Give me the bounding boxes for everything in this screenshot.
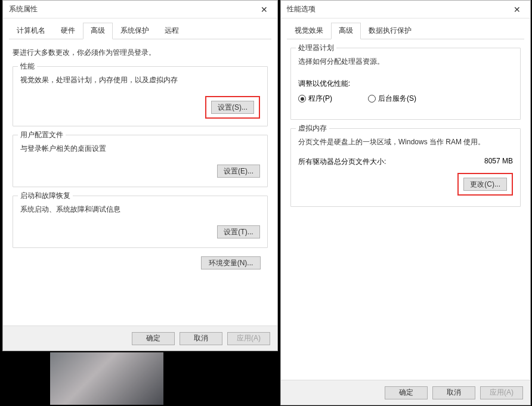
radio-icon bbox=[368, 95, 376, 103]
tab-strip: 计算机名 硬件 高级 系统保护 远程 bbox=[3, 18, 277, 39]
background-image-strip bbox=[50, 352, 163, 405]
tab-advanced[interactable]: 高级 bbox=[331, 23, 361, 39]
apply-button[interactable]: 应用(A) bbox=[227, 332, 270, 345]
ok-button[interactable]: 确定 bbox=[132, 332, 175, 345]
change-c-button[interactable]: 更改(C)... bbox=[463, 178, 507, 191]
scheduling-desc: 选择如何分配处理器资源。 bbox=[298, 57, 513, 67]
radio-services-label: 后台服务(S) bbox=[378, 94, 416, 104]
content-area: 要进行大多数更改，你必须作为管理员登录。 性能 视觉效果，处理器计划，内存使用，… bbox=[3, 39, 277, 277]
scheduling-group-title: 处理器计划 bbox=[296, 43, 336, 53]
close-button[interactable]: ✕ bbox=[503, 1, 530, 18]
tab-systemprotection[interactable]: 系统保护 bbox=[113, 23, 157, 39]
titlebar[interactable]: 系统属性 ✕ bbox=[3, 1, 277, 18]
adjust-label: 调整以优化性能: bbox=[298, 79, 513, 89]
tab-strip: 视觉效果 高级 数据执行保护 bbox=[281, 18, 530, 39]
userprofile-group: 用户配置文件 与登录帐户相关的桌面设置 设置(E)... bbox=[13, 135, 268, 187]
titlebar[interactable]: 性能选项 ✕ bbox=[281, 1, 530, 18]
window-title: 性能选项 bbox=[287, 4, 316, 14]
settings-s-button[interactable]: 设置(S)... bbox=[211, 101, 254, 114]
cancel-button[interactable]: 取消 bbox=[180, 332, 222, 345]
settings-e-button[interactable]: 设置(E)... bbox=[217, 165, 260, 178]
close-icon: ✕ bbox=[514, 5, 521, 14]
system-properties-dialog: 系统属性 ✕ 计算机名 硬件 高级 系统保护 远程 要进行大多数更改，你必须作为… bbox=[2, 0, 278, 351]
ok-button[interactable]: 确定 bbox=[385, 386, 428, 399]
bottom-button-bar: 确定 取消 应用(A) bbox=[281, 380, 530, 405]
radio-programs[interactable]: 程序(P) bbox=[298, 94, 332, 104]
vm-total-label: 所有驱动器总分页文件大小: bbox=[298, 157, 386, 167]
tab-hardware[interactable]: 硬件 bbox=[53, 23, 83, 39]
highlight-settings-s: 设置(S)... bbox=[205, 96, 260, 119]
cancel-button[interactable]: 取消 bbox=[432, 386, 475, 399]
radio-programs-label: 程序(P) bbox=[308, 94, 332, 104]
tab-dep[interactable]: 数据执行保护 bbox=[361, 23, 419, 39]
performance-desc: 视觉效果，处理器计划，内存使用，以及虚拟内存 bbox=[20, 75, 260, 85]
content-area: 处理器计划 选择如何分配处理器资源。 调整以优化性能: 程序(P) 后台服务(S… bbox=[281, 39, 530, 220]
radio-background-services[interactable]: 后台服务(S) bbox=[368, 94, 416, 104]
tab-visualeffects[interactable]: 视觉效果 bbox=[287, 23, 331, 39]
bottom-button-bar: 确定 取消 应用(A) bbox=[3, 326, 277, 351]
tab-advanced[interactable]: 高级 bbox=[83, 23, 113, 39]
startup-group: 启动和故障恢复 系统启动、系统故障和调试信息 设置(T)... bbox=[13, 196, 268, 248]
close-icon: ✕ bbox=[261, 5, 268, 14]
tab-divider bbox=[287, 39, 524, 39]
processor-scheduling-group: 处理器计划 选择如何分配处理器资源。 调整以优化性能: 程序(P) 后台服务(S… bbox=[290, 48, 521, 120]
performance-group-title: 性能 bbox=[18, 61, 37, 72]
radio-icon bbox=[298, 95, 306, 103]
performance-options-dialog: 性能选项 ✕ 视觉效果 高级 数据执行保护 处理器计划 选择如何分配处理器资源。… bbox=[280, 0, 531, 405]
vm-total-value: 8057 MB bbox=[484, 157, 513, 167]
startup-desc: 系统启动、系统故障和调试信息 bbox=[20, 204, 260, 215]
tab-remote[interactable]: 远程 bbox=[157, 23, 187, 39]
virtual-memory-group: 虚拟内存 分页文件是硬盘上的一块区域，Windows 当作 RAM 使用。 所有… bbox=[290, 128, 521, 207]
vm-desc: 分页文件是硬盘上的一块区域，Windows 当作 RAM 使用。 bbox=[298, 137, 513, 147]
vm-group-title: 虚拟内存 bbox=[296, 123, 329, 134]
env-variables-button[interactable]: 环境变量(N)... bbox=[201, 256, 261, 269]
tab-computername[interactable]: 计算机名 bbox=[9, 23, 53, 39]
window-title: 系统属性 bbox=[9, 4, 38, 14]
tab-divider bbox=[9, 39, 271, 39]
startup-group-title: 启动和故障恢复 bbox=[18, 191, 73, 201]
admin-note: 要进行大多数更改，你必须作为管理员登录。 bbox=[13, 48, 268, 58]
apply-button[interactable]: 应用(A) bbox=[480, 386, 523, 399]
close-button[interactable]: ✕ bbox=[250, 1, 277, 18]
userprofile-desc: 与登录帐户相关的桌面设置 bbox=[20, 144, 260, 154]
settings-t-button[interactable]: 设置(T)... bbox=[217, 225, 260, 238]
userprofile-group-title: 用户配置文件 bbox=[18, 130, 66, 140]
performance-group: 性能 视觉效果，处理器计划，内存使用，以及虚拟内存 设置(S)... bbox=[13, 66, 268, 126]
highlight-change-c: 更改(C)... bbox=[457, 173, 513, 196]
